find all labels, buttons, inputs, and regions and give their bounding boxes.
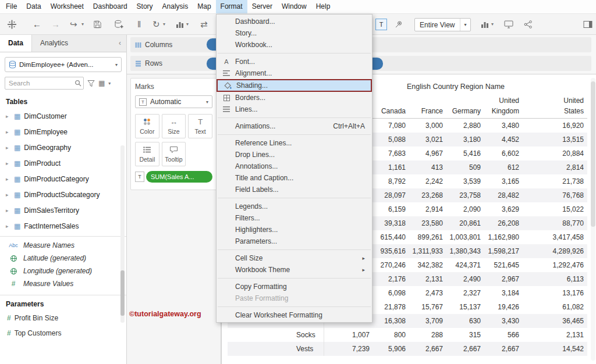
- menu-story[interactable]: Story: [132, 0, 158, 13]
- pause-auto-updates-icon[interactable]: ‖: [137, 14, 141, 35]
- table-row[interactable]: Vests 7,239 5,906 2,667 2,667 2,667 14,5…: [228, 342, 587, 356]
- menu-item-clear-worksheet-formatting[interactable]: Clear Worksheet Formatting: [217, 309, 372, 321]
- expand-chevron-icon[interactable]: ▸: [6, 160, 10, 166]
- menu-item-story[interactable]: Story...: [217, 27, 372, 39]
- expand-chevron-icon[interactable]: ▸: [6, 145, 10, 151]
- table-list-item[interactable]: ▸ ▦ FactInternetSales: [0, 218, 126, 234]
- menu-item-drop-lines[interactable]: Drop Lines...: [217, 149, 372, 160]
- swap-axes-icon[interactable]: ⇄: [200, 14, 208, 35]
- table-list-item[interactable]: ▸ ▦ DimSalesTerritory: [0, 202, 126, 218]
- menu-item-field-labels[interactable]: Field Labels...: [217, 184, 372, 195]
- expand-chevron-icon[interactable]: ▸: [6, 192, 10, 198]
- run-update-icon[interactable]: ↻: [152, 14, 160, 35]
- tableau-logo-icon[interactable]: [7, 19, 17, 29]
- save-icon[interactable]: [93, 20, 102, 28]
- expand-chevron-icon[interactable]: ▸: [6, 176, 10, 182]
- expand-chevron-icon[interactable]: ▸: [6, 113, 10, 119]
- show-mark-labels-button[interactable]: T: [375, 19, 387, 30]
- tab-data[interactable]: Data: [0, 35, 32, 52]
- table-list-item[interactable]: ▸ ▦ DimProductSubcategory: [0, 187, 126, 202]
- field-measure-values[interactable]: # Measure Values: [0, 277, 126, 290]
- menu-item-parameters[interactable]: Parameters...: [217, 235, 372, 247]
- header-cell-canada[interactable]: Canada: [373, 94, 409, 118]
- menu-file[interactable]: File: [1, 0, 22, 13]
- menu-item-shading[interactable]: Shading...: [217, 79, 372, 92]
- show-me-caret-icon[interactable]: ▾: [491, 14, 494, 35]
- share-icon[interactable]: [524, 20, 533, 28]
- datasource-selector[interactable]: DimEmployee+ (Adven... ▾: [5, 57, 122, 72]
- sidebar-scrollbar[interactable]: [120, 145, 125, 323]
- filter-fields-icon[interactable]: [87, 80, 95, 87]
- header-cell-france[interactable]: France: [409, 94, 446, 118]
- search-input[interactable]: [5, 77, 84, 90]
- add-datasource-icon[interactable]: [114, 20, 123, 29]
- menu-dashboard[interactable]: Dashboard: [88, 0, 132, 13]
- menu-window[interactable]: Window: [277, 0, 311, 13]
- table-list-item[interactable]: ▸ ▦ DimEmployee: [0, 124, 126, 140]
- replay-caret-icon[interactable]: ▾: [81, 14, 84, 35]
- menu-item-filters[interactable]: Filters...: [217, 212, 372, 224]
- menu-analysis[interactable]: Analysis: [158, 0, 193, 13]
- field-longitude[interactable]: Longitude (generated): [0, 265, 126, 277]
- menu-item-annotations[interactable]: Annotations...: [217, 160, 372, 172]
- view-options-caret-icon[interactable]: ▾: [108, 81, 111, 86]
- new-worksheet-caret-icon[interactable]: ▾: [186, 14, 189, 35]
- table-list-item[interactable]: ▸ ▦ DimGeography: [0, 140, 126, 155]
- run-update-caret-icon[interactable]: ▾: [163, 14, 165, 35]
- table-row[interactable]: Socks 1,007 800 288 315 566 2,131: [228, 328, 587, 342]
- table-list-item[interactable]: ▸ ▦ DimCustomer: [0, 108, 126, 124]
- parameter-item[interactable]: # Profit Bin Size: [0, 311, 126, 326]
- menu-item-highlighters[interactable]: Highlighters...: [217, 224, 372, 235]
- header-cell-united-kingdom[interactable]: UnitedKingdom: [484, 94, 523, 118]
- vertical-scroll-thumb[interactable]: [591, 81, 595, 227]
- parameter-item[interactable]: # Top Customers: [0, 326, 126, 341]
- menu-item-reference-lines[interactable]: Reference Lines...: [217, 137, 372, 149]
- detail-button[interactable]: Detail: [135, 142, 159, 166]
- menu-item-animations[interactable]: Animations... Ctrl+Alt+A: [217, 120, 372, 132]
- menu-server[interactable]: Server: [247, 0, 277, 13]
- field-measure-names[interactable]: Abc Measure Names: [0, 239, 126, 252]
- field-latitude[interactable]: Latitude (generated): [0, 252, 126, 265]
- tooltip-button[interactable]: Tooltip: [162, 142, 186, 166]
- show-me-icon[interactable]: [481, 20, 489, 28]
- menu-item-title-caption[interactable]: Title and Caption...: [217, 172, 372, 184]
- data-guide-panel-icon[interactable]: [583, 20, 593, 28]
- expand-chevron-icon[interactable]: ▸: [6, 223, 10, 229]
- table-list-item[interactable]: ▸ ▦ DimProductCategory: [0, 171, 126, 187]
- menu-item-workbook-theme[interactable]: Workbook Theme ▸: [217, 264, 372, 276]
- text-button[interactable]: T Text: [188, 114, 212, 138]
- undo-icon[interactable]: ←: [33, 14, 41, 35]
- sum-sales-pill[interactable]: SUM(Sales A...: [146, 171, 212, 183]
- collapse-pane-icon[interactable]: ‹: [113, 35, 126, 52]
- menu-item-font[interactable]: A Font...: [217, 56, 372, 67]
- view-options-icon[interactable]: ▦: [98, 79, 105, 87]
- presentation-mode-icon[interactable]: [504, 20, 513, 28]
- menu-item-workbook[interactable]: Workbook...: [217, 39, 372, 51]
- header-cell-germany[interactable]: Germany: [446, 94, 484, 118]
- size-button[interactable]: ↔ Size: [162, 114, 186, 138]
- menu-item-lines[interactable]: Lines...: [217, 104, 372, 115]
- vertical-scrollbar[interactable]: [591, 78, 595, 361]
- menu-item-cell-size[interactable]: Cell Size ▸: [217, 252, 372, 264]
- replay-icon[interactable]: ↪: [70, 14, 77, 35]
- menu-item-legends[interactable]: Legends...: [217, 201, 372, 212]
- menu-worksheet[interactable]: Worksheet: [46, 0, 88, 13]
- menu-map[interactable]: Map: [193, 0, 215, 13]
- menu-data[interactable]: Data: [22, 0, 45, 13]
- menu-item-borders[interactable]: Borders...: [217, 92, 372, 104]
- table-list-item[interactable]: ▸ ▦ DimProduct: [0, 155, 126, 171]
- color-button[interactable]: Color: [135, 114, 159, 138]
- menu-item-dashboard[interactable]: Dashboard...: [217, 16, 372, 27]
- pin-icon[interactable]: [395, 20, 403, 28]
- mark-type-dropdown[interactable]: T Automatic ▾: [135, 95, 212, 108]
- redo-icon[interactable]: →: [51, 14, 60, 35]
- fit-selector[interactable]: Entire View ▾: [414, 18, 471, 31]
- expand-chevron-icon[interactable]: ▸: [6, 208, 10, 213]
- tab-analytics[interactable]: Analytics: [32, 35, 76, 52]
- sidebar-scroll-thumb[interactable]: [120, 270, 125, 316]
- menu-help[interactable]: Help: [311, 0, 335, 13]
- menu-item-copy-formatting[interactable]: Copy Formatting: [217, 281, 372, 292]
- new-worksheet-icon[interactable]: [176, 20, 184, 28]
- menu-format[interactable]: Format: [216, 0, 247, 13]
- menu-item-alignment[interactable]: Alignment...: [217, 67, 372, 79]
